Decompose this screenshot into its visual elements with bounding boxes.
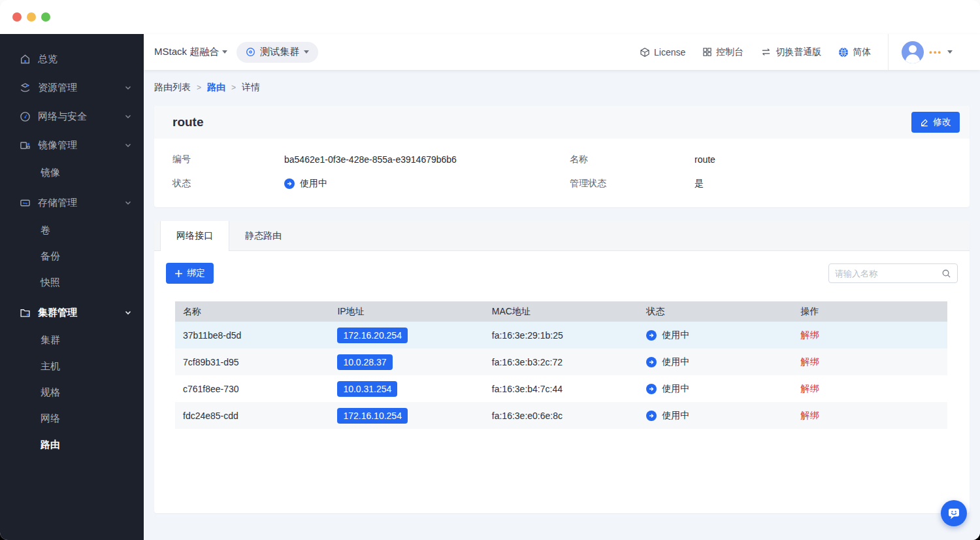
support-chat-button[interactable] bbox=[941, 500, 967, 526]
chevron-down-icon bbox=[124, 84, 132, 92]
unbind-link[interactable]: 解绑 bbox=[801, 383, 819, 394]
field-admin-state: 管理状态 是 bbox=[562, 178, 970, 190]
switch-version-button[interactable]: 切换普通版 bbox=[760, 46, 821, 58]
user-menu[interactable]: ••• bbox=[888, 34, 967, 70]
location-pin-icon bbox=[246, 47, 255, 57]
cell-mac: fa:16:3e:b3:2c:72 bbox=[484, 348, 638, 375]
sidebar-item-label: 资源管理 bbox=[38, 82, 124, 94]
minimize-window-button[interactable] bbox=[27, 12, 36, 22]
sidebar-item-label: 主机 bbox=[41, 360, 60, 373]
sidebar-item-resources[interactable]: 资源管理 bbox=[0, 73, 144, 102]
sidebar-item-label: 网络 bbox=[41, 413, 60, 425]
sidebar-item-image-management[interactable]: 镜像管理 bbox=[0, 131, 144, 160]
brand-label: MStack 超融合 bbox=[154, 46, 219, 58]
sidebar-item-label: 镜像 bbox=[41, 167, 60, 179]
cell-mac: fa:16:3e:e0:6e:8c bbox=[484, 402, 638, 429]
ip-badge: 10.0.28.37 bbox=[337, 354, 392, 370]
sidebar-item-flavors[interactable]: 规格 bbox=[0, 379, 144, 405]
sidebar-item-snapshots[interactable]: 快照 bbox=[0, 269, 144, 295]
license-button[interactable]: License bbox=[640, 47, 685, 58]
console-grid-icon bbox=[702, 47, 712, 57]
breadcrumb-route-list[interactable]: 路由列表 bbox=[154, 82, 191, 93]
sidebar-item-volumes[interactable]: 卷 bbox=[0, 217, 144, 243]
user-avatar bbox=[902, 41, 924, 63]
ellipsis-dots-icon: ••• bbox=[929, 47, 942, 57]
console-button[interactable]: 控制台 bbox=[702, 46, 743, 58]
search-icon[interactable] bbox=[941, 269, 951, 278]
sidebar-item-networks[interactable]: 网络 bbox=[0, 405, 144, 431]
table-row[interactable]: 37b11be8-d5d 172.16.20.254 fa:16:3e:29:1… bbox=[175, 322, 947, 348]
plus-icon bbox=[174, 269, 183, 278]
sidebar-item-hosts[interactable]: 主机 bbox=[0, 353, 144, 379]
close-window-button[interactable] bbox=[12, 12, 22, 22]
field-name-label: 名称 bbox=[562, 154, 694, 165]
edit-button[interactable]: 修改 bbox=[911, 112, 960, 133]
route-detail-card: route 修改 编号 ba5462e1-0f3e-428e-855a-e391… bbox=[154, 106, 970, 207]
network-security-icon bbox=[20, 111, 31, 122]
resource-icon bbox=[20, 82, 31, 93]
zoom-window-button[interactable] bbox=[41, 12, 50, 22]
sidebar-item-label: 网络与安全 bbox=[38, 110, 124, 123]
sidebar-item-clusters[interactable]: 集群 bbox=[0, 327, 144, 353]
tab-network-interfaces[interactable]: 网络接口 bbox=[160, 221, 229, 251]
bind-button-label: 绑定 bbox=[187, 267, 205, 279]
field-name: 名称 route bbox=[562, 154, 970, 165]
sidebar-item-network-security[interactable]: 网络与安全 bbox=[0, 102, 144, 131]
language-button[interactable]: 简体 bbox=[838, 46, 871, 58]
chevron-down-icon bbox=[124, 141, 132, 149]
ip-badge: 10.0.31.254 bbox=[337, 381, 397, 397]
sidebar-item-label: 快照 bbox=[41, 277, 60, 289]
col-mac: MAC地址 bbox=[484, 301, 638, 322]
table-row[interactable]: c761f8ee-730 10.0.31.254 fa:16:3e:b4:7c:… bbox=[175, 375, 947, 402]
caret-down-icon bbox=[304, 50, 309, 54]
bind-button[interactable]: 绑定 bbox=[166, 263, 214, 284]
brand-selector[interactable]: MStack 超融合 bbox=[154, 46, 227, 58]
switch-version-label: 切换普通版 bbox=[776, 46, 821, 58]
unbind-link[interactable]: 解绑 bbox=[801, 410, 819, 420]
search-box bbox=[828, 263, 958, 283]
unbind-link[interactable]: 解绑 bbox=[801, 329, 819, 340]
col-status: 状态 bbox=[638, 301, 792, 322]
swap-icon bbox=[760, 47, 772, 57]
tab-label: 网络接口 bbox=[176, 230, 213, 242]
chevron-down-icon bbox=[124, 112, 132, 120]
interfaces-panel: 网络接口 静态路由 绑定 bbox=[154, 221, 970, 513]
caret-down-icon bbox=[947, 50, 953, 54]
field-id-label: 编号 bbox=[154, 154, 284, 165]
field-id-value: ba5462e1-0f3e-428e-855a-e3914679b6b6 bbox=[284, 154, 457, 165]
language-label: 简体 bbox=[853, 46, 871, 58]
sidebar-item-images[interactable]: 镜像 bbox=[0, 160, 144, 186]
image-management-icon bbox=[20, 140, 31, 151]
interfaces-table: 名称 IP地址 MAC地址 状态 操作 37b11be8-d5d 172.16.… bbox=[175, 301, 947, 429]
sidebar-item-routes[interactable]: 路由 bbox=[0, 431, 144, 458]
sidebar-item-overview[interactable]: 总览 bbox=[0, 44, 144, 73]
sidebar-item-backups[interactable]: 备份 bbox=[0, 243, 144, 269]
sidebar-item-cluster-management[interactable]: 集群管理 bbox=[0, 298, 144, 327]
table-row[interactable]: 7cf89b31-d95 10.0.28.37 fa:16:3e:b3:2c:7… bbox=[175, 348, 947, 375]
breadcrumb-separator: > bbox=[197, 83, 201, 92]
field-status-label: 状态 bbox=[154, 178, 284, 190]
cluster-selector[interactable]: 测试集群 bbox=[237, 42, 318, 63]
ip-badge: 172.16.10.254 bbox=[337, 408, 408, 424]
edit-button-label: 修改 bbox=[933, 116, 951, 128]
cell-status-text: 使用中 bbox=[662, 356, 689, 368]
search-input[interactable] bbox=[835, 269, 941, 278]
sidebar-item-storage-management[interactable]: 存储管理 bbox=[0, 188, 144, 217]
table-row[interactable]: fdc24e85-cdd 172.16.10.254 fa:16:3e:e0:6… bbox=[175, 402, 947, 429]
sidebar-item-label: 总览 bbox=[38, 53, 132, 65]
breadcrumb-route[interactable]: 路由 bbox=[207, 82, 225, 93]
storage-icon bbox=[20, 197, 31, 209]
cell-name: c761f8ee-730 bbox=[175, 375, 329, 402]
license-box-icon bbox=[640, 47, 650, 58]
sidebar-item-label: 卷 bbox=[41, 224, 50, 237]
home-icon bbox=[20, 54, 31, 65]
field-status-value: 使用中 bbox=[300, 178, 327, 190]
tab-static-routes[interactable]: 静态路由 bbox=[229, 221, 297, 250]
field-admin-state-value: 是 bbox=[694, 178, 704, 190]
route-detail-header: route 修改 bbox=[154, 106, 970, 139]
unbind-link[interactable]: 解绑 bbox=[801, 356, 819, 367]
field-name-value: route bbox=[694, 154, 715, 165]
table-header-row: 名称 IP地址 MAC地址 状态 操作 bbox=[175, 301, 947, 322]
col-actions: 操作 bbox=[793, 301, 947, 322]
chat-smiley-icon bbox=[947, 506, 961, 520]
